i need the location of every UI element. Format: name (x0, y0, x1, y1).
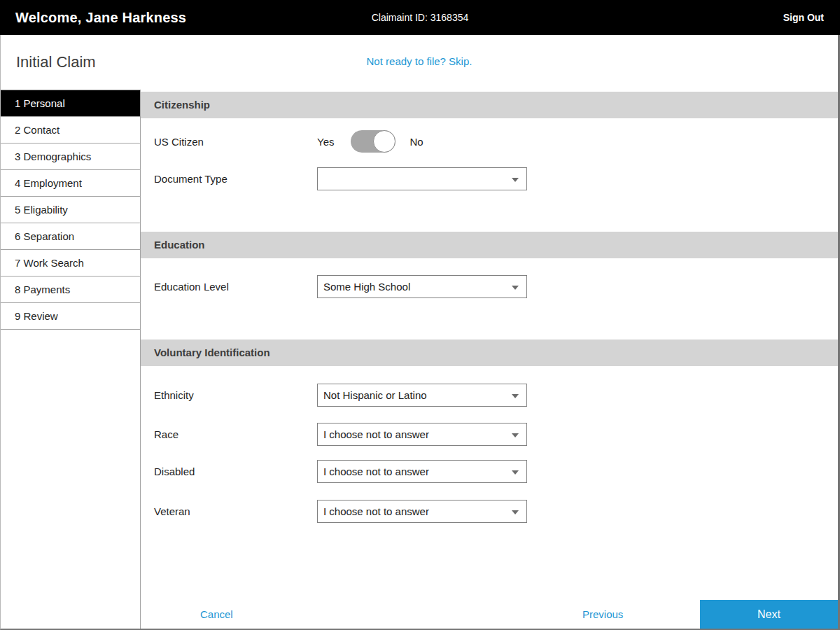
sidebar-item-demographics[interactable]: 3 Demographics (1, 144, 140, 170)
section-header-voluntary-identification: Voluntary Identification (141, 340, 838, 366)
disabled-value: I choose not to answer (323, 465, 429, 477)
top-bar: Welcome, Jane Harkness Claimaint ID: 316… (0, 0, 840, 35)
race-value: I choose not to answer (323, 428, 429, 440)
skip-link[interactable]: Not ready to file? Skip. (367, 55, 472, 67)
section-header-education: Education (141, 232, 838, 258)
ethnicity-value: Not Hispanic or Latino (323, 389, 427, 401)
us-citizen-yes-label: Yes (317, 136, 334, 148)
page-title: Initial Claim (16, 53, 96, 71)
veteran-select[interactable]: I choose not to answer (317, 500, 527, 523)
page-header: Initial Claim Not ready to file? Skip. (1, 35, 838, 90)
us-citizen-no-label: No (410, 136, 423, 148)
ethnicity-select[interactable]: Not Hispanic or Latino (317, 384, 527, 407)
document-type-label: Document Type (141, 173, 317, 185)
toggle-knob (373, 130, 396, 153)
chevron-down-icon (512, 510, 519, 514)
chevron-down-icon (512, 286, 519, 290)
sidebar-item-review[interactable]: 9 Review (1, 303, 140, 330)
veteran-row: Veteran I choose not to answer (141, 500, 838, 523)
section-header-citizenship: Citizenship (141, 92, 838, 118)
us-citizen-label: US Citizen (141, 136, 317, 148)
document-type-row: Document Type (141, 167, 838, 190)
chevron-down-icon (512, 394, 519, 398)
chevron-down-icon (512, 178, 519, 182)
education-level-row: Education Level Some High School (141, 275, 838, 298)
veteran-label: Veteran (141, 505, 317, 517)
sidebar-item-work-search[interactable]: 7 Work Search (1, 250, 140, 276)
sidebar-item-payments[interactable]: 8 Payments (1, 276, 140, 303)
sign-out-link[interactable]: Sign Out (783, 12, 824, 23)
sidebar-item-eligability[interactable]: 5 Eligability (1, 197, 140, 223)
ethnicity-label: Ethnicity (141, 389, 317, 401)
veteran-value: I choose not to answer (323, 505, 429, 517)
next-button[interactable]: Next (700, 600, 838, 629)
race-label: Race (141, 428, 317, 440)
sidebar-item-employment[interactable]: 4 Employment (1, 170, 140, 197)
race-select[interactable]: I choose not to answer (317, 423, 527, 446)
welcome-title: Welcome, Jane Harkness (15, 10, 186, 26)
disabled-row: Disabled I choose not to answer (141, 460, 838, 483)
disabled-select[interactable]: I choose not to answer (317, 460, 527, 483)
ethnicity-row: Ethnicity Not Hispanic or Latino (141, 384, 838, 407)
cancel-button[interactable]: Cancel (200, 608, 233, 620)
page-frame: Initial Claim Not ready to file? Skip. 1… (0, 35, 840, 630)
chevron-down-icon (512, 433, 519, 438)
education-level-label: Education Level (141, 281, 317, 293)
previous-button[interactable]: Previous (582, 608, 623, 620)
sidebar-item-personal[interactable]: 1 Personal (1, 90, 140, 117)
chevron-down-icon (512, 470, 519, 475)
us-citizen-row: US Citizen Yes No (141, 130, 838, 153)
us-citizen-toggle[interactable] (351, 130, 396, 153)
claimant-id: Claimaint ID: 3168354 (372, 12, 469, 23)
disabled-label: Disabled (141, 465, 317, 477)
steps-sidebar: 1 Personal 2 Contact 3 Demographics 4 Em… (1, 90, 141, 630)
race-row: Race I choose not to answer (141, 423, 838, 446)
form-content: Citizenship US Citizen Yes No Document T… (141, 90, 838, 630)
document-type-select[interactable] (317, 167, 527, 190)
sidebar-item-separation[interactable]: 6 Separation (1, 223, 140, 250)
education-level-select[interactable]: Some High School (317, 275, 527, 298)
education-level-value: Some High School (323, 281, 410, 293)
sidebar-item-contact[interactable]: 2 Contact (1, 117, 140, 144)
